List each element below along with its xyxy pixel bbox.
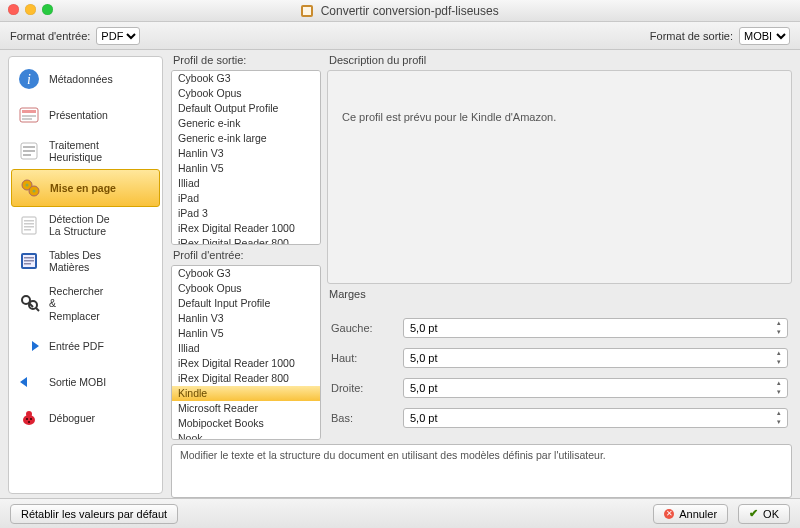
sidebar-item-label: Sortie MOBI [49,376,106,388]
stepper-up-icon[interactable]: ▴ [772,409,786,418]
list-item[interactable]: iPad 3 [172,206,320,221]
ok-button[interactable]: ✔OK [738,504,790,524]
margin-right-input[interactable] [403,378,788,398]
svg-rect-19 [24,226,34,228]
margin-top-label: Haut: [331,352,395,364]
sidebar-item-pdf-in[interactable]: Entrée PDF [11,328,160,364]
margin-top-input[interactable] [403,348,788,368]
structure-icon [17,213,41,237]
sidebar-item-toc[interactable]: Tables Des Matières [11,243,160,279]
stepper-up-icon[interactable]: ▴ [772,319,786,328]
svg-rect-10 [23,150,35,152]
svg-text:i: i [27,72,31,87]
sidebar-item-label: Rechercher & Remplacer [49,285,103,321]
sidebar-item-heuristic[interactable]: Traitement Heuristique [11,133,160,169]
list-item[interactable]: iRex Digital Reader 800 [172,371,320,386]
list-item[interactable]: Kindle [172,386,320,401]
list-item[interactable]: Default Input Profile [172,296,320,311]
list-item[interactable]: Cybook G3 [172,266,320,281]
stepper-down-icon[interactable]: ▾ [772,358,786,367]
sidebar-item-label: Métadonnées [49,73,113,85]
stepper-down-icon[interactable]: ▾ [772,418,786,427]
sidebar-item-search[interactable]: Rechercher & Remplacer [11,279,160,327]
input-format-select[interactable]: PDF [96,27,140,45]
svg-rect-11 [23,154,31,156]
svg-point-32 [26,418,28,420]
svg-rect-1 [303,7,311,15]
list-item[interactable]: Cybook G3 [172,71,320,86]
cancel-button[interactable]: ✕Annuler [653,504,728,524]
margin-left-input[interactable] [403,318,788,338]
margin-bottom-label: Bas: [331,412,395,424]
svg-rect-24 [24,260,34,262]
sidebar: iMétadonnéesPrésentationTraitement Heuri… [8,56,163,494]
svg-point-14 [26,184,29,187]
list-item[interactable]: iRex Digital Reader 800 [172,236,320,245]
svg-rect-17 [24,220,34,222]
output-format-select[interactable]: MOBI [739,27,790,45]
window-titlebar: Convertir conversion-pdf-liseuses [0,0,800,22]
margins-label: Marges [329,288,792,300]
svg-point-33 [30,418,32,420]
search-icon [17,291,41,315]
sidebar-item-label: Tables Des Matières [49,249,101,273]
list-item[interactable]: Hanlin V5 [172,161,320,176]
list-item[interactable]: Hanlin V3 [172,311,320,326]
close-icon[interactable] [8,4,19,15]
list-item[interactable]: Cybook Opus [172,281,320,296]
list-item[interactable]: Microsoft Reader [172,401,320,416]
list-item[interactable]: Mobipocket Books [172,416,320,431]
list-item[interactable]: Illiad [172,176,320,191]
window-title: Convertir conversion-pdf-liseuses [321,4,499,18]
sidebar-item-metadata[interactable]: iMétadonnées [11,61,160,97]
svg-rect-5 [22,110,36,113]
list-item[interactable]: Generic e-ink large [172,131,320,146]
minimize-icon[interactable] [25,4,36,15]
app-icon [301,5,313,17]
check-icon: ✔ [749,507,758,520]
sidebar-item-structure[interactable]: Détection De La Structure [11,207,160,243]
margin-bottom-input[interactable] [403,408,788,428]
list-item[interactable]: Default Output Profile [172,101,320,116]
stepper-down-icon[interactable]: ▾ [772,388,786,397]
svg-rect-23 [24,257,34,259]
layout-icon [18,176,42,200]
sidebar-item-label: Mise en page [50,182,116,194]
sidebar-item-label: Entrée PDF [49,340,104,352]
sidebar-item-label: Déboguer [49,412,95,424]
list-item[interactable]: iRex Digital Reader 1000 [172,356,320,371]
list-item[interactable]: Illiad [172,341,320,356]
traffic-lights [8,4,53,15]
description-text: Ce profil est prévu pour le Kindle d'Ama… [327,70,792,284]
stepper-up-icon[interactable]: ▴ [772,379,786,388]
sidebar-item-layout[interactable]: Mise en page [11,169,160,207]
list-item[interactable]: Hanlin V5 [172,326,320,341]
debug-icon [17,406,41,430]
sidebar-item-label: Présentation [49,109,108,121]
svg-rect-7 [22,118,32,120]
list-item[interactable]: iRex Digital Reader 1000 [172,221,320,236]
sidebar-item-debug[interactable]: Déboguer [11,400,160,436]
input-format-label: Format d'entrée: [10,30,90,42]
stepper-up-icon[interactable]: ▴ [772,349,786,358]
list-item[interactable]: Cybook Opus [172,86,320,101]
sidebar-item-look[interactable]: Présentation [11,97,160,133]
zoom-icon[interactable] [42,4,53,15]
list-item[interactable]: Generic e-ink [172,116,320,131]
svg-rect-9 [23,146,35,148]
margins-group: Gauche: ▴▾ Haut: ▴▾ Droite: ▴▾ Bas: ▴▾ [327,304,792,440]
restore-defaults-button[interactable]: Rétablir les valeurs par défaut [10,504,178,524]
bottom-bar: Rétablir les valeurs par défaut ✕Annuler… [0,498,800,528]
svg-rect-16 [22,217,36,234]
list-item[interactable]: Hanlin V3 [172,146,320,161]
sidebar-item-mobi-out[interactable]: Sortie MOBI [11,364,160,400]
list-item[interactable]: Nook [172,431,320,440]
stepper-down-icon[interactable]: ▾ [772,328,786,337]
toc-icon [17,249,41,273]
input-profile-list[interactable]: Cybook G3Cybook OpusDefault Input Profil… [171,265,321,440]
output-profile-label: Profil de sortie: [173,54,321,66]
margin-left-label: Gauche: [331,322,395,334]
output-profile-list[interactable]: Cybook G3Cybook OpusDefault Output Profi… [171,70,321,245]
list-item[interactable]: iPad [172,191,320,206]
format-bar: Format d'entrée: PDF Format de sortie: M… [0,22,800,50]
